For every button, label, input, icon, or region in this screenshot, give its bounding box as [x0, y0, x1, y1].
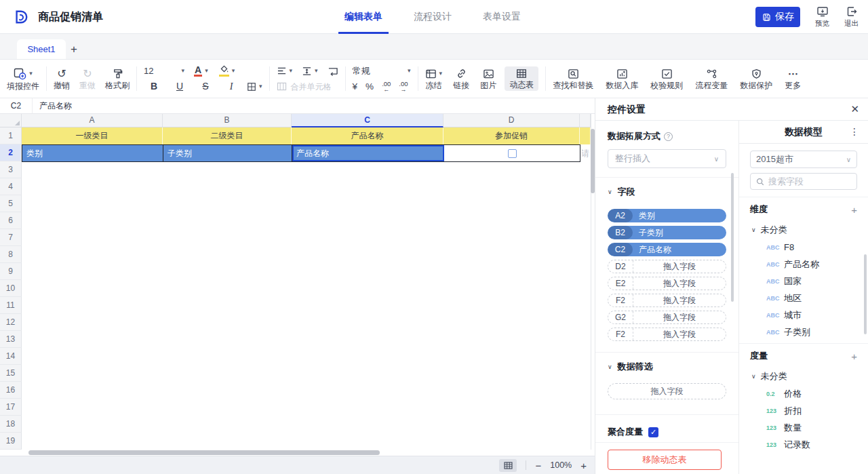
border-button[interactable]: ▾ — [247, 82, 262, 92]
column-header-a[interactable]: A — [22, 114, 163, 127]
measure-item[interactable]: 123 折扣 — [750, 402, 857, 419]
freeze-button[interactable]: ▾ 冻结 — [425, 68, 443, 90]
column-header-c-selected[interactable]: C — [292, 114, 443, 127]
promo-checkbox[interactable] — [508, 149, 517, 158]
add-sheet-button[interactable]: + — [71, 43, 77, 56]
cell-b2[interactable]: 子类别 — [163, 145, 292, 161]
row-header-7[interactable]: 7 — [0, 229, 22, 246]
bold-button[interactable]: B — [144, 81, 164, 92]
grid-view-button[interactable] — [499, 459, 517, 472]
formula-input[interactable]: 产品名称 — [33, 98, 72, 113]
cell-e1[interactable] — [580, 127, 591, 144]
row-header-17[interactable]: 17 — [0, 399, 22, 416]
row-header-4[interactable]: 4 — [0, 178, 22, 195]
flow-variable-button[interactable]: 流程变量 — [695, 68, 728, 90]
field-pill-f2b[interactable]: F2 拖入字段 — [608, 328, 726, 341]
more-button[interactable]: ⋯ 更多 — [785, 68, 801, 90]
kebab-menu-icon[interactable]: ⋮ — [850, 121, 860, 143]
screen-edge-scrollbar[interactable] — [864, 254, 867, 334]
strikethrough-button[interactable]: S — [195, 81, 216, 92]
dataset-select[interactable]: 2015超市 ∨ — [750, 151, 857, 168]
cell-reference[interactable]: C2 — [0, 98, 33, 113]
preview-button[interactable]: 预览 — [815, 5, 829, 28]
link-button[interactable]: 链接 — [453, 68, 469, 90]
tab-form-settings[interactable]: 表单设置 — [483, 0, 521, 34]
cell-a2[interactable]: 类别 — [22, 145, 163, 161]
row-header-2-selected[interactable]: 2 — [0, 144, 22, 161]
aggregate-checkbox[interactable]: ✓ — [648, 427, 658, 437]
measure-item[interactable]: 123 数量 — [750, 419, 857, 436]
text-wrap-button[interactable] — [328, 66, 338, 76]
field-pill-d2[interactable]: D2 拖入字段 — [608, 260, 726, 273]
image-button[interactable]: 图片 — [480, 68, 496, 90]
dimension-item[interactable]: ABC 地区 — [750, 290, 857, 307]
data-protection-button[interactable]: 数据保护 — [740, 68, 772, 90]
remove-dynamic-table-button[interactable]: 移除动态表 — [608, 450, 722, 470]
dimensions-group[interactable]: ∨ 未分类 — [750, 224, 857, 236]
add-dimension-button[interactable]: + — [851, 205, 857, 215]
measure-item[interactable]: 0.2 价格 — [750, 385, 857, 402]
measure-item[interactable]: 123 记录数 — [750, 436, 857, 453]
row-header-8[interactable]: 8 — [0, 246, 22, 263]
row-header-14[interactable]: 14 — [0, 348, 22, 365]
font-color-button[interactable]: A ▾ — [194, 66, 208, 77]
column-header-b[interactable]: B — [163, 114, 292, 127]
field-search-input[interactable]: 搜索字段 — [750, 173, 857, 190]
validation-rules-button[interactable]: 校验规则 — [650, 68, 683, 90]
dimension-item[interactable]: ABC F8 — [750, 239, 857, 256]
cell-d1[interactable]: 参加促销 — [443, 127, 580, 144]
row-header-6[interactable]: 6 — [0, 212, 22, 229]
field-pill-f2[interactable]: F2 拖入字段 — [608, 294, 726, 307]
cell-c2-selected[interactable]: 产品名称 — [292, 145, 444, 161]
dimension-item[interactable]: ABC 国家 — [750, 273, 857, 290]
field-pill-e2[interactable]: E2 拖入字段 — [608, 277, 726, 290]
exit-button[interactable]: 退出 — [844, 5, 859, 28]
tab-flow-design[interactable]: 流程设计 — [414, 0, 452, 34]
dimension-item[interactable]: ABC 产品名称 — [750, 256, 857, 273]
row-header-3[interactable]: 3 — [0, 161, 22, 178]
percent-button[interactable]: % — [366, 81, 374, 92]
zoom-out-button[interactable]: − — [535, 460, 541, 471]
measures-group[interactable]: ∨ 未分类 — [750, 370, 857, 382]
find-replace-button[interactable]: 查找和替换 — [553, 68, 593, 90]
vertical-align-button[interactable]: ▾ — [302, 66, 318, 76]
row-header-9[interactable]: 9 — [0, 263, 22, 280]
filter-section-header[interactable]: ∨ 数据筛选 — [608, 361, 726, 373]
column-header-sliver[interactable] — [580, 114, 591, 127]
dimension-item[interactable]: ABC 城市 — [750, 307, 857, 323]
save-button[interactable]: 保存 — [755, 7, 800, 27]
select-all-corner[interactable] — [0, 114, 22, 127]
underline-button[interactable]: U — [170, 81, 190, 92]
cell-a1[interactable]: 一级类目 — [22, 127, 163, 144]
data-store-button[interactable]: 数据入库 — [606, 68, 638, 90]
font-size-select[interactable]: 12▾ — [144, 66, 184, 76]
merge-cells-button[interactable]: 合并单元格 — [277, 82, 332, 91]
undo-button[interactable]: ↺ 撤销 — [54, 68, 70, 90]
fields-section-header[interactable]: ∨ 字段 — [608, 186, 726, 198]
fill-widget-button[interactable]: ▾ 填报控件 — [7, 67, 39, 90]
number-format-select[interactable]: 常规 ▾ — [353, 65, 411, 77]
expand-mode-select[interactable]: 整行插入 ∨ — [608, 149, 726, 168]
column-header-d[interactable]: D — [443, 114, 580, 127]
cell-e2-overflow[interactable]: 请 — [581, 145, 591, 161]
cell-b1[interactable]: 二级类目 — [163, 127, 292, 144]
row-header-1[interactable]: 1 — [0, 127, 22, 144]
row-header-18[interactable]: 18 — [0, 416, 22, 433]
sheet-tab-sheet1[interactable]: Sheet1 — [17, 39, 66, 59]
row-header-15[interactable]: 15 — [0, 365, 22, 382]
row-header-11[interactable]: 11 — [0, 297, 22, 314]
cell-c1[interactable]: 产品名称 — [292, 127, 443, 144]
tab-edit-form[interactable]: 编辑表单 — [344, 0, 382, 34]
field-pill-a2[interactable]: A2 类别 — [608, 209, 726, 222]
close-icon[interactable]: ✕ — [850, 98, 859, 120]
filter-drop-zone[interactable]: 拖入字段 — [608, 383, 726, 399]
format-painter-button[interactable]: 格式刷 — [105, 68, 130, 90]
row-header-12[interactable]: 12 — [0, 314, 22, 331]
field-pill-c2[interactable]: C2 产品名称 — [608, 243, 726, 256]
widget-panel-scrollbar[interactable] — [731, 173, 734, 302]
italic-button[interactable]: I — [221, 81, 241, 92]
add-measure-button[interactable]: + — [851, 351, 857, 361]
dimension-item[interactable]: ABC 子类别 — [750, 323, 857, 340]
field-pill-g2[interactable]: G2 拖入字段 — [608, 311, 726, 324]
dynamic-table-button[interactable]: 动态表 — [505, 66, 538, 91]
